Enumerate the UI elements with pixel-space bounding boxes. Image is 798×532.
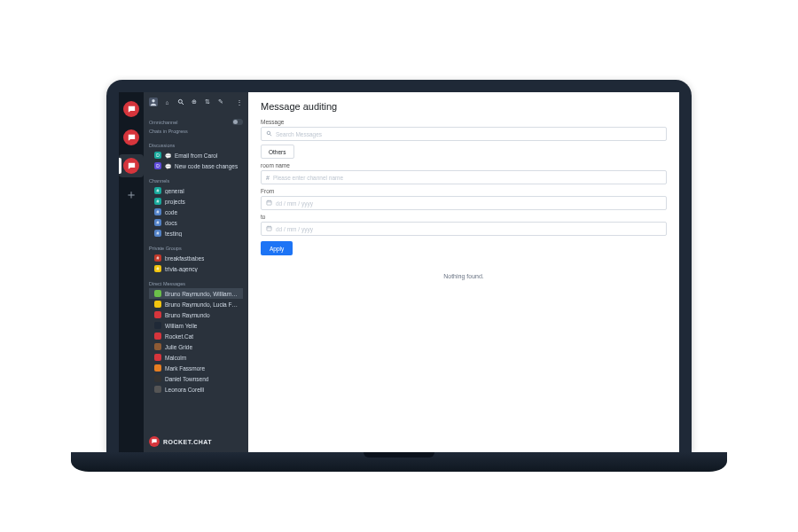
direct-messages-header: Direct Messages [149, 281, 243, 286]
channel-badge-icon: # [154, 230, 161, 237]
sidebar-item[interactable]: Mark Fassmore [149, 363, 243, 373]
sidebar-item-label: breakfastbabes [165, 255, 204, 262]
avatar [154, 311, 161, 318]
sidebar-item[interactable]: Rocket.Cat [149, 331, 243, 341]
omnichannel-toggle[interactable] [232, 119, 243, 125]
avatar [154, 332, 161, 340]
avatar [154, 364, 161, 372]
workspace-rail: ＋ [119, 92, 144, 452]
sidebar-item-label: Rocket.Cat [165, 333, 193, 340]
chats-in-progress-header[interactable]: Chats in Progress [149, 129, 243, 134]
to-date-input[interactable]: dd / mm / yyyy [261, 222, 667, 236]
workspace-2[interactable] [119, 126, 144, 149]
avatar [154, 290, 161, 297]
channel-badge-icon: # [154, 265, 161, 272]
svg-rect-6 [267, 200, 271, 205]
avatar [154, 375, 161, 382]
kebab-menu-icon[interactable]: ⋮ [235, 98, 243, 106]
channel-badge-icon: # [154, 208, 161, 215]
room-placeholder: Please enter channel name [273, 175, 343, 181]
from-date-input[interactable]: dd / mm / yyyy [261, 196, 667, 210]
plus-icon: ＋ [125, 188, 137, 200]
sidebar-item-label: Daniel Townsend [165, 376, 208, 382]
sidebar-item-label: New code base changes [175, 163, 238, 169]
speech-icon: 💬 [165, 163, 171, 169]
sidebar-item-label: code [165, 209, 177, 215]
apply-button[interactable]: Apply [261, 241, 293, 255]
message-search-input[interactable]: Search Messages [261, 127, 667, 141]
sidebar-item-label: projects [165, 199, 185, 205]
message-label: Message [261, 119, 667, 125]
sidebar-item[interactable]: #projects [149, 196, 243, 207]
sidebar-item[interactable]: Malcolm [149, 352, 243, 363]
avatar [154, 322, 161, 329]
brand-label: ROCKET.CHAT [163, 439, 212, 445]
apply-label: Apply [270, 246, 284, 252]
sidebar-item[interactable]: Bruno Raymundo, Lucia F… [149, 299, 243, 309]
sidebar-item-label: Julie Gride [165, 344, 192, 350]
svg-line-5 [270, 134, 271, 136]
sidebar-item[interactable]: Bruno Raymundo [149, 309, 243, 320]
calendar-icon [266, 225, 272, 232]
channel-badge-icon: # [154, 219, 161, 226]
sidebar-item[interactable]: #general [149, 185, 243, 196]
avatar [154, 386, 161, 393]
message-placeholder: Search Messages [276, 131, 322, 137]
sidebar-item[interactable]: D💬Email from Carol [149, 150, 243, 160]
sidebar-item-label: Bruno Raymundo, William… [165, 291, 238, 297]
home-icon[interactable]: ⌂ [163, 98, 171, 106]
avatar [154, 301, 161, 308]
to-label: to [261, 214, 667, 220]
chat-bubble-icon [123, 101, 139, 117]
discussions-header: Discussions [149, 143, 243, 148]
from-date-placeholder: dd / mm / yyyy [276, 200, 313, 207]
sidebar-item-label: testing [165, 231, 182, 237]
private-groups-header: Private Groups [149, 246, 243, 251]
sidebar-item[interactable]: #breakfastbabes [149, 253, 243, 263]
svg-rect-10 [267, 226, 271, 231]
to-date-placeholder: dd / mm / yyyy [276, 226, 313, 232]
page-title: Message auditing [261, 101, 667, 112]
app-screen: ＋ ⌂ ⊕ ⇅ ✎ ⋮ Omnichannel [119, 92, 679, 452]
sidebar-item[interactable]: #code [149, 207, 243, 217]
sidebar-item-label: Bruno Raymundo [165, 312, 210, 318]
others-button[interactable]: Others [261, 145, 294, 159]
sidebar-item[interactable]: William Yelle [149, 320, 243, 331]
channel-badge-icon: # [154, 187, 161, 194]
sidebar-item[interactable]: #docs [149, 217, 243, 228]
add-workspace-button[interactable]: ＋ [119, 183, 144, 206]
hash-icon: # [266, 175, 270, 181]
discussion-badge-icon: D [154, 152, 161, 159]
search-icon[interactable] [176, 98, 184, 106]
workspace-1[interactable] [119, 98, 144, 121]
sidebar-item[interactable]: Daniel Townsend [149, 373, 243, 384]
sidebar-item-label: William Yelle [165, 323, 198, 329]
sidebar-topbar: ⌂ ⊕ ⇅ ✎ ⋮ [144, 92, 248, 112]
empty-state-text: Nothing found. [261, 273, 667, 279]
speech-icon: 💬 [165, 153, 171, 159]
avatar-icon[interactable] [149, 98, 158, 106]
workspace-3[interactable] [119, 154, 144, 177]
avatar [154, 354, 161, 361]
sidebar-item[interactable]: D💬New code base changes [149, 160, 243, 171]
sidebar-item[interactable]: Leonora Corelli [149, 384, 243, 395]
sidebar-item[interactable]: Bruno Raymundo, William… [149, 288, 243, 299]
globe-icon[interactable]: ⊕ [190, 98, 198, 106]
sort-icon[interactable]: ⇅ [203, 98, 211, 106]
create-icon[interactable]: ✎ [216, 98, 224, 106]
channel-badge-icon: # [154, 198, 161, 205]
omnichannel-header: Omnichannel [149, 119, 243, 125]
channels-header: Channels [149, 178, 243, 184]
sidebar-item-label: Malcolm [165, 355, 186, 361]
svg-point-4 [267, 131, 270, 135]
room-name-input[interactable]: # Please enter channel name [261, 170, 667, 184]
sidebar-item[interactable]: #testing [149, 228, 243, 239]
sidebar-item[interactable]: Julie Gride [149, 341, 243, 352]
omnichannel-label: Omnichannel [149, 120, 177, 125]
sidebar-item[interactable]: #trivia-agency [149, 263, 243, 274]
main-panel: Message auditing Message Search Messages… [248, 92, 679, 452]
chat-bubble-icon [123, 158, 139, 174]
sidebar-item-label: Leonora Corelli [165, 387, 204, 393]
laptop-frame: ＋ ⌂ ⊕ ⇅ ✎ ⋮ Omnichannel [106, 80, 692, 452]
search-icon [266, 130, 272, 137]
